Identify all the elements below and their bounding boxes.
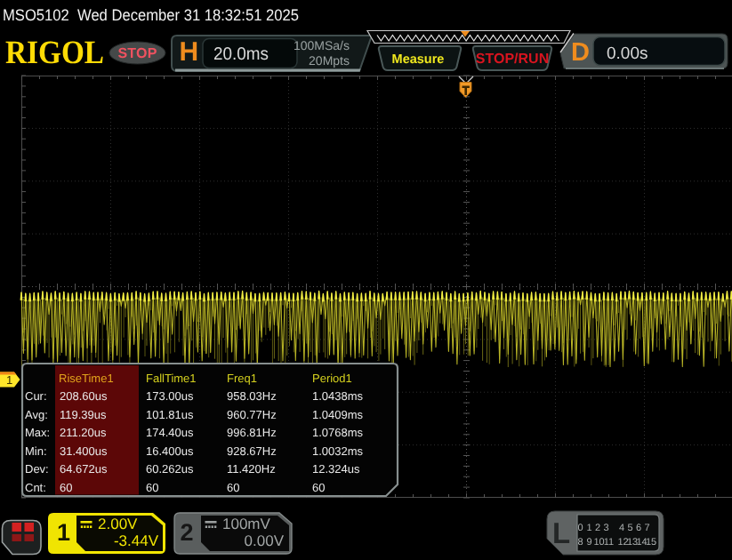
svg-text:5: 5	[627, 523, 632, 533]
svg-text:0.00s: 0.00s	[607, 44, 648, 63]
svg-text:9: 9	[586, 537, 591, 548]
svg-text:10: 10	[593, 537, 604, 548]
svg-text:RiseTime1: RiseTime1	[59, 372, 114, 385]
svg-text:1.0768ms: 1.0768ms	[312, 426, 364, 439]
svg-text:100mV: 100mV	[222, 516, 271, 532]
svg-text:119.39us: 119.39us	[60, 408, 107, 421]
svg-text:6: 6	[636, 523, 641, 533]
svg-text:1: 1	[6, 373, 12, 387]
svg-text:Cur:: Cur:	[25, 389, 47, 403]
svg-text:7: 7	[644, 523, 649, 533]
svg-text:2: 2	[595, 523, 600, 533]
svg-text:8: 8	[577, 537, 583, 548]
svg-text:174.40us: 174.40us	[146, 426, 194, 439]
svg-text:996.81Hz: 996.81Hz	[227, 426, 277, 439]
svg-text:3: 3	[603, 523, 608, 533]
svg-text:MSO5102 Wed December 31 18:32: MSO5102 Wed December 31 18:32:51 2025	[3, 6, 299, 24]
svg-text:64.672us: 64.672us	[60, 462, 108, 476]
svg-text:0.00V: 0.00V	[245, 532, 285, 549]
svg-text:Avg:: Avg:	[25, 408, 48, 421]
svg-text:958.03Hz: 958.03Hz	[227, 389, 277, 403]
svg-text:D: D	[571, 38, 590, 67]
svg-text:RIGOL: RIGOL	[5, 35, 104, 71]
svg-text:-3.44V: -3.44V	[114, 532, 159, 549]
svg-text:1.0438ms: 1.0438ms	[312, 389, 364, 403]
svg-text:1.0409ms: 1.0409ms	[312, 408, 364, 421]
svg-text:STOP/RUN: STOP/RUN	[476, 52, 549, 67]
svg-text:31.400us: 31.400us	[60, 444, 108, 458]
svg-text:16.400us: 16.400us	[146, 444, 194, 458]
svg-text:FallTime1: FallTime1	[146, 372, 197, 385]
svg-text:15: 15	[646, 537, 656, 548]
svg-text:60: 60	[312, 481, 325, 494]
svg-text:0: 0	[577, 523, 583, 533]
svg-text:H: H	[180, 37, 199, 67]
svg-text:L: L	[552, 516, 570, 549]
svg-text:101.81us: 101.81us	[146, 408, 194, 421]
svg-text:211.20us: 211.20us	[60, 426, 107, 439]
svg-text:Cnt:: Cnt:	[25, 481, 46, 494]
svg-text:STOP: STOP	[117, 46, 157, 61]
svg-text:60: 60	[146, 481, 158, 494]
svg-text:208.60us: 208.60us	[60, 389, 108, 403]
svg-text:20.0ms: 20.0ms	[213, 44, 269, 64]
svg-text:60: 60	[60, 481, 72, 494]
svg-text:12.324us: 12.324us	[312, 462, 360, 476]
svg-text:60: 60	[227, 481, 239, 494]
svg-text:4: 4	[619, 523, 624, 533]
svg-text:60.262us: 60.262us	[146, 462, 194, 476]
svg-text:Measure: Measure	[392, 52, 445, 67]
svg-text:100MSa/s: 100MSa/s	[294, 38, 350, 52]
svg-text:173.00us: 173.00us	[146, 389, 194, 403]
svg-text:11: 11	[604, 537, 614, 548]
svg-text:960.77Hz: 960.77Hz	[227, 408, 277, 421]
svg-text:Dev:: Dev:	[25, 462, 49, 476]
svg-text:2.00V: 2.00V	[98, 516, 138, 532]
svg-text:1: 1	[586, 523, 591, 533]
svg-text:11.420Hz: 11.420Hz	[227, 462, 276, 476]
svg-text:Max:: Max:	[25, 426, 50, 439]
svg-text:20Mpts: 20Mpts	[309, 53, 350, 68]
svg-text:928.67Hz: 928.67Hz	[227, 444, 277, 458]
svg-text:Min:: Min:	[25, 444, 47, 458]
svg-text:1: 1	[57, 519, 70, 546]
svg-text:1.0032ms: 1.0032ms	[312, 444, 364, 458]
svg-text:2: 2	[181, 519, 194, 546]
svg-text:Freq1: Freq1	[227, 372, 257, 385]
svg-text:Period1: Period1	[312, 372, 352, 385]
